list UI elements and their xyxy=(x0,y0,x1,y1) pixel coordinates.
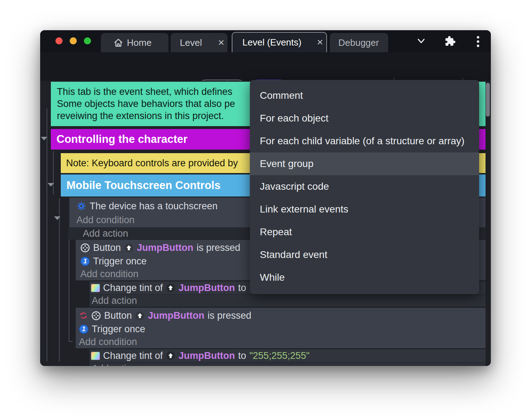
add-event-context-menu: Comment For each object For each child v… xyxy=(250,80,479,294)
nesting-line xyxy=(69,230,69,342)
action-row-change-tint[interactable]: Change tint of JumpButton to "255;255;25… xyxy=(90,349,486,362)
add-action-row[interactable]: Add action xyxy=(90,295,486,307)
menu-item-repeat[interactable]: Repeat xyxy=(250,221,479,243)
condition-text: The device has a touchscreen xyxy=(90,201,218,212)
zoom-window-button[interactable] xyxy=(84,37,91,44)
trigger-once-icon: 1 xyxy=(80,257,90,266)
tab-home[interactable]: Home xyxy=(101,33,168,52)
collapse-toggle-icon[interactable] xyxy=(41,137,47,140)
menu-item-link-external-events[interactable]: Link external events xyxy=(250,198,479,221)
tab-bar: Home Level ✕ Level (Events) ✕ Debugger xyxy=(40,30,491,52)
gamepad-button-icon xyxy=(91,311,101,321)
gamepad-button-icon xyxy=(80,243,90,253)
close-tab-icon[interactable]: ✕ xyxy=(215,38,227,48)
gear-icon xyxy=(76,201,86,211)
event-block-jumpbutton-not-pressed[interactable]: Button JumpButton is pressed 1 Trigger o… xyxy=(76,308,486,348)
collapse-toggle-icon[interactable] xyxy=(48,183,54,187)
tab-label: Debugger xyxy=(338,37,379,48)
add-action-row[interactable]: Add action xyxy=(90,362,486,366)
addons-button[interactable] xyxy=(443,35,456,48)
tab-list-chevron[interactable] xyxy=(415,36,427,46)
toolbar xyxy=(40,52,491,81)
tint-icon xyxy=(91,352,100,360)
nesting-line xyxy=(59,198,60,361)
app-window: Home Level ✕ Level (Events) ✕ Debugger xyxy=(40,30,491,366)
home-icon xyxy=(113,37,124,48)
inverted-condition-icon xyxy=(79,311,88,320)
minimize-window-button[interactable] xyxy=(70,37,77,44)
sprite-object-icon xyxy=(135,311,145,321)
menu-item-for-each-object[interactable]: For each object xyxy=(250,107,479,130)
main-menu-button[interactable] xyxy=(474,35,482,48)
vertical-scrollbar-thumb[interactable] xyxy=(486,83,490,117)
menu-item-comment[interactable]: Comment xyxy=(250,84,479,107)
note-text: Note: Keyboard controls are provided by xyxy=(66,158,238,168)
menu-item-for-each-child-variable[interactable]: For each child variable (of a structure … xyxy=(250,130,479,152)
close-window-button[interactable] xyxy=(55,37,63,44)
close-tab-icon[interactable]: ✕ xyxy=(314,38,326,47)
nesting-line xyxy=(47,108,47,361)
tab-label: Level (Events) xyxy=(242,37,301,48)
sprite-object-icon xyxy=(166,283,175,292)
trigger-once-icon: 1 xyxy=(79,324,88,334)
menu-item-event-group[interactable]: Event group xyxy=(250,152,479,175)
nesting-line xyxy=(69,341,73,342)
group-title: Controlling the character xyxy=(57,133,188,145)
tab-debugger[interactable]: Debugger xyxy=(330,33,388,52)
add-condition-link[interactable]: Add condition xyxy=(76,336,486,348)
tab-label: Home xyxy=(127,37,151,48)
tab-label: Level xyxy=(180,37,202,48)
menu-item-standard-event[interactable]: Standard event xyxy=(250,243,479,266)
nesting-line xyxy=(53,151,54,194)
condition-row[interactable]: Button JumpButton is pressed xyxy=(76,309,486,322)
tint-icon xyxy=(91,284,100,292)
tint-value: "255;255;255" xyxy=(250,350,310,361)
group-title: Mobile Touchscreen Controls xyxy=(66,179,220,192)
sprite-object-icon xyxy=(166,351,175,360)
condition-row[interactable]: 1 Trigger once xyxy=(76,322,486,336)
tab-level[interactable]: Level ✕ xyxy=(171,33,227,52)
tab-level-events[interactable]: Level (Events) ✕ xyxy=(232,32,327,52)
menu-item-javascript-code[interactable]: Javascript code xyxy=(250,175,479,198)
collapse-toggle-icon[interactable] xyxy=(54,216,60,220)
menu-item-while[interactable]: While xyxy=(250,266,479,289)
sprite-object-icon xyxy=(124,243,134,253)
